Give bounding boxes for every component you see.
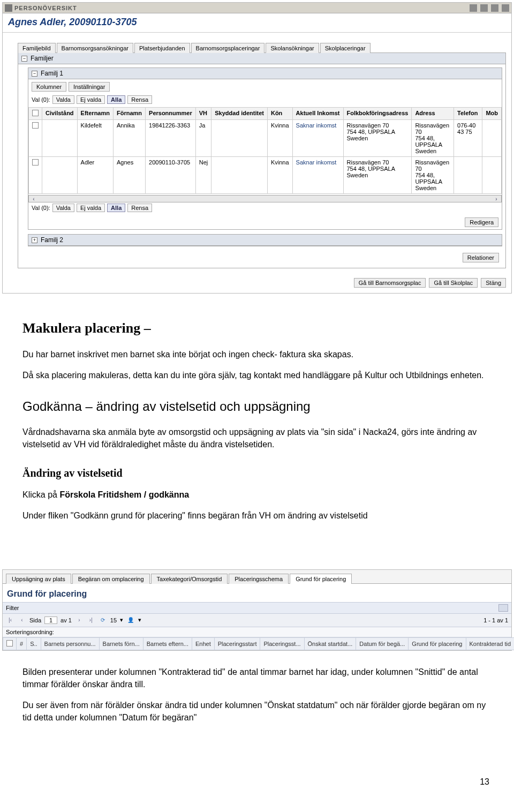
filter-dropdown-icon[interactable] (498, 604, 508, 612)
grund-title: Grund för placering (3, 584, 511, 603)
stang-button[interactable]: Stäng (481, 278, 506, 288)
tab-uppsagning[interactable]: Uppsägning av plats (6, 574, 71, 584)
seg-ej-valda[interactable]: Ej valda (77, 204, 105, 212)
cell-inkomst[interactable]: Saknar inkomst (292, 120, 343, 157)
tab-taxekategori[interactable]: Taxekategori/Omsorgstid (151, 574, 228, 584)
tab-platserbjudanden[interactable]: Platserbjudanden (134, 43, 190, 53)
filter-bar[interactable]: Filter (3, 603, 511, 614)
p-godkanna: Vårdnadshavarna ska anmäla byte av omsor… (22, 426, 492, 450)
expand-icon[interactable]: + (32, 237, 37, 243)
checkbox-all[interactable] (6, 640, 13, 646)
tab-skolansokningar[interactable]: Skolansökningar (266, 43, 319, 53)
family-1-header[interactable]: − Familj 1 (28, 68, 502, 79)
family-2-header[interactable]: + Familj 2 (28, 235, 502, 246)
help-icon[interactable] (480, 4, 488, 12)
col-inkomst[interactable]: Aktuell Inkomst (292, 108, 343, 120)
relationer-button[interactable]: Relationer (463, 253, 499, 262)
chevron-down-icon[interactable]: ▾ (120, 616, 123, 623)
scroll-left-icon[interactable]: ‹ (30, 196, 37, 202)
col-onskat-start[interactable]: Önskat startdat... (304, 637, 356, 650)
col-fornamn[interactable]: Förnamn (113, 108, 145, 120)
col-barn-forn[interactable]: Barnets förn... (99, 637, 143, 650)
grund-table: # S.. Barnets personnu... Barnets förn..… (3, 637, 514, 650)
p-bilden: Bilden presenterar under kolumnen "Kontr… (22, 666, 492, 690)
col-barn-pnr[interactable]: Barnets personnu... (41, 637, 99, 650)
tab-skolplaceringar[interactable]: Skolplaceringar (320, 43, 371, 53)
table-row[interactable]: Adler Agnes 20090110-3705 Nej Kvinna Sak… (29, 157, 502, 194)
seg-alla[interactable]: Alla (107, 204, 125, 212)
chevron-down-icon[interactable]: ▾ (138, 616, 141, 623)
p-under-fliken: Under fliken "Godkänn grund för placerin… (22, 509, 492, 522)
collapse-icon[interactable]: − (21, 56, 27, 62)
info-icon[interactable] (470, 4, 477, 12)
prev-page-icon[interactable]: ‹ (18, 616, 26, 625)
col-kontrakterad[interactable]: Kontrakterad tid (466, 637, 514, 650)
tab-barnomsorgsansokningar[interactable]: Barnomsorgsansökningar (57, 43, 133, 53)
horizontal-scrollbar[interactable]: ‹ › (28, 195, 502, 202)
tab-omplacering[interactable]: Begäran om omplacering (72, 574, 150, 584)
app-window: PERSONÖVERSIKT Agnes Adler, 20090110-370… (2, 2, 512, 294)
col-datum-bega[interactable]: Datum för begä... (356, 637, 409, 650)
col-vh[interactable]: VH (195, 108, 211, 120)
seg-valda[interactable]: Valda (52, 95, 74, 104)
row-checkbox[interactable] (32, 122, 39, 129)
col-s[interactable]: S.. (27, 637, 41, 650)
family-2-label: Familj 2 (41, 236, 63, 244)
pager-per-page[interactable]: 15 (110, 617, 117, 623)
cell-adress: Rissnavägen 70 754 48, UPPSALA Sweden (412, 157, 454, 194)
col-telefon[interactable]: Telefon (454, 108, 482, 120)
tab-grund[interactable]: Grund för placering (290, 574, 352, 584)
seg-alla[interactable]: Alla (107, 95, 125, 104)
print-icon[interactable] (491, 4, 498, 12)
col-check[interactable] (3, 637, 17, 650)
pager-av: av 1 (61, 617, 72, 623)
families-header[interactable]: − Familjer (18, 53, 505, 64)
seg-valda[interactable]: Valda (52, 204, 74, 212)
cell-inkomst[interactable]: Saknar inkomst (292, 157, 343, 194)
checkbox-all[interactable] (32, 110, 39, 116)
col-hash[interactable]: # (17, 637, 27, 650)
tab-familjebild[interactable]: Familjebild (18, 43, 56, 53)
pager-page-input[interactable] (44, 616, 57, 624)
col-kon[interactable]: Kön (267, 108, 292, 120)
family-1-label: Familj 1 (41, 70, 63, 77)
kolumner-button[interactable]: Kolumner (32, 82, 66, 92)
window-icon[interactable] (502, 4, 509, 12)
col-plac-st[interactable]: Placeringsst... (260, 637, 304, 650)
col-adress[interactable]: Adress (412, 108, 454, 120)
col-grund[interactable]: Grund för placering (409, 637, 466, 650)
table-row[interactable]: Kildefelt Annika 19841226-3363 Ja Kvinna… (29, 120, 502, 157)
tab-barnomsorgsplaceringar[interactable]: Barnomsorgsplaceringar (191, 43, 265, 53)
col-check (29, 108, 42, 120)
pager-sida: Sida (29, 617, 41, 623)
seg-rensa[interactable]: Rensa (127, 95, 152, 104)
goto-skolplac-button[interactable]: Gå till Skolplac (429, 278, 478, 288)
col-skyddad[interactable]: Skyddad identitet (211, 108, 268, 120)
seg-rensa[interactable]: Rensa (127, 204, 152, 212)
reload-icon[interactable]: ⟳ (99, 616, 107, 625)
tab-placeringsschema[interactable]: Placeringsschema (229, 574, 289, 584)
p-klicka-pre: Klicka på (22, 490, 59, 499)
col-folkbok[interactable]: Folkbokföringsadress (343, 108, 412, 120)
user-icon[interactable]: 👤 (126, 616, 135, 625)
col-plac-start[interactable]: Placeringsstart (214, 637, 260, 650)
col-civilstand[interactable]: Civilstånd (42, 108, 78, 120)
goto-barnomsorgsplac-button[interactable]: Gå till Barnomsorgsplac (354, 278, 426, 288)
col-efternamn[interactable]: Efternamn (77, 108, 113, 120)
col-personnummer[interactable]: Personnummer (146, 108, 196, 120)
family-2-section: + Familj 2 (28, 234, 502, 246)
installningar-button[interactable]: Inställningar (69, 82, 110, 92)
next-page-icon[interactable]: › (75, 616, 84, 625)
last-page-icon[interactable]: ›| (87, 616, 95, 625)
first-page-icon[interactable]: |‹ (6, 616, 14, 625)
seg-ej-valda[interactable]: Ej valda (77, 95, 105, 104)
col-enhet[interactable]: Enhet (192, 637, 214, 650)
collapse-icon[interactable]: − (32, 71, 37, 77)
cell-efternamn: Adler (77, 157, 113, 194)
row-checkbox[interactable] (32, 159, 39, 166)
col-mob[interactable]: Mob (482, 108, 502, 120)
redigera-button[interactable]: Redigera (465, 217, 498, 227)
cell-adress: Rissnavägen 70 754 48, UPPSALA Sweden (412, 120, 454, 157)
scroll-right-icon[interactable]: › (493, 196, 500, 202)
col-barn-eftern[interactable]: Barnets eftern... (143, 637, 192, 650)
